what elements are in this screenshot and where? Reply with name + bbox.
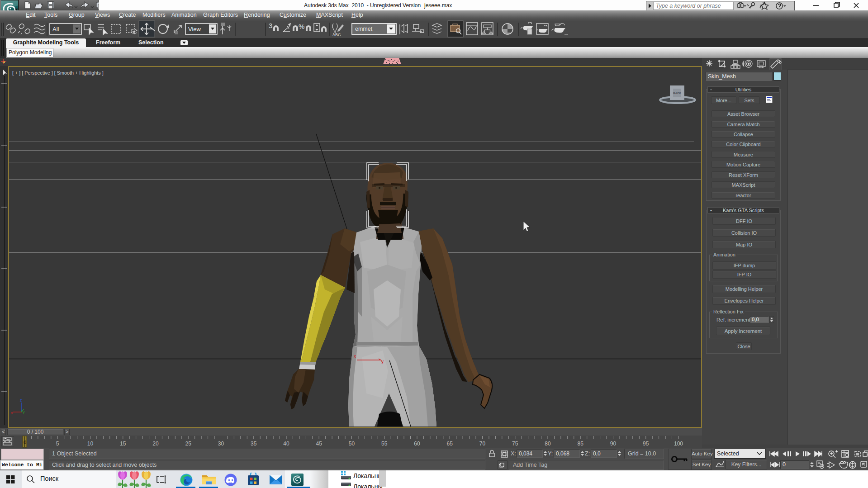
svg-text:40: 40 xyxy=(283,441,289,447)
svg-text:65: 65 xyxy=(447,441,453,447)
svg-text:30: 30 xyxy=(218,441,224,447)
svg-text:35: 35 xyxy=(251,441,257,447)
svg-text:55: 55 xyxy=(381,441,388,447)
svg-text:y: y xyxy=(381,359,384,364)
svg-text:3: 3 xyxy=(269,22,272,29)
svg-text:100: 100 xyxy=(674,441,683,447)
svg-text:60: 60 xyxy=(414,441,420,447)
svg-text:ABC: ABC xyxy=(332,33,341,37)
svg-text:50: 50 xyxy=(349,441,355,447)
svg-text:90: 90 xyxy=(610,441,617,447)
svg-text:View: View xyxy=(188,26,201,33)
svg-text:85: 85 xyxy=(578,441,584,447)
svg-text:x: x xyxy=(11,411,13,415)
svg-text:BACK: BACK xyxy=(673,92,681,95)
svg-text:x: x xyxy=(354,354,356,359)
svg-text:%: % xyxy=(299,23,304,30)
svg-text:15: 15 xyxy=(120,441,126,447)
svg-text:45: 45 xyxy=(316,441,323,447)
svg-text:[ + ] [ Perspective ] [ Smooth: [ + ] [ Perspective ] [ Smooth + Highlig… xyxy=(12,70,104,76)
svg-text:All: All xyxy=(52,26,59,33)
svg-text:emmet: emmet xyxy=(355,26,373,32)
svg-text:70: 70 xyxy=(479,441,486,447)
svg-text:75: 75 xyxy=(512,441,518,447)
svg-text:20: 20 xyxy=(152,441,159,447)
svg-text:y: y xyxy=(23,410,25,414)
svg-text:z: z xyxy=(20,398,22,403)
svg-text:95: 95 xyxy=(643,441,649,447)
svg-text:80: 80 xyxy=(545,441,551,447)
svg-text:25: 25 xyxy=(185,441,192,447)
svg-text:0: 0 xyxy=(24,440,26,445)
svg-text:10: 10 xyxy=(87,441,94,447)
svg-text:5: 5 xyxy=(56,441,59,447)
